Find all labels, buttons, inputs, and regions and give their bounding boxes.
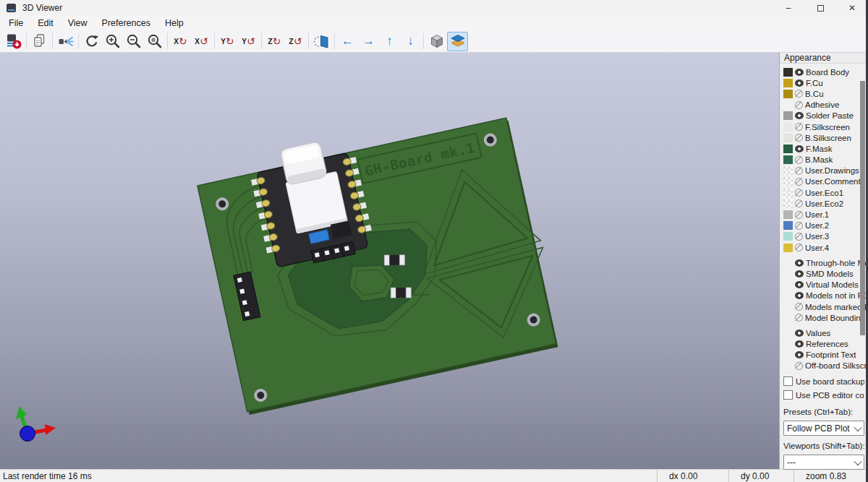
color-swatch[interactable] <box>783 68 793 77</box>
visibility-icon[interactable] <box>795 314 803 322</box>
checkbox[interactable] <box>783 390 793 400</box>
model-row-through-hole[interactable]: Through-hole Models <box>783 257 868 268</box>
layer-row-fcu[interactable]: F.Cu <box>783 77 868 88</box>
menu-preferences[interactable]: Preferences <box>95 16 158 30</box>
rotate-y-cw-button[interactable]: Y↻ <box>217 32 238 51</box>
color-swatch[interactable] <box>783 232 793 241</box>
layer-row-user-drawings[interactable]: User.Drawings <box>783 165 868 176</box>
rotate-z-ccw-button[interactable]: Z↺ <box>285 32 306 51</box>
color-swatch[interactable] <box>783 221 793 230</box>
layer-row-bsilkscreen[interactable]: B.Silkscreen <box>783 132 868 143</box>
color-swatch[interactable] <box>783 189 793 197</box>
visibility-icon[interactable] <box>795 134 803 142</box>
layer-row-fsilkscreen[interactable]: F.Silkscreen <box>783 121 868 132</box>
menu-file[interactable]: File <box>1 16 30 30</box>
model-row-not-in-pos[interactable]: Models not in POS File <box>783 291 868 301</box>
color-swatch[interactable] <box>783 111 793 120</box>
use-pcb-editor-copper-colors-checkbox-row[interactable]: Use PCB editor copper colors <box>783 388 864 402</box>
refresh-view-button[interactable] <box>81 32 102 51</box>
layer-row-user-comment[interactable]: User.Comment <box>783 176 868 187</box>
layer-row-solder-paste[interactable]: Solder Paste <box>783 111 868 121</box>
panel-scrollbar-thumb[interactable] <box>860 81 865 335</box>
presets-dropdown[interactable]: Follow PCB Plot Settings <box>783 421 864 436</box>
use-board-stackup-colors-checkbox-row[interactable]: Use board stackup colors <box>783 374 864 388</box>
visibility-icon[interactable] <box>795 259 804 267</box>
text-row-footprint-text[interactable]: Footprint Text <box>783 350 868 361</box>
visibility-icon[interactable] <box>795 233 803 241</box>
render-current-view-button[interactable] <box>55 32 76 51</box>
move-left-button[interactable]: ← <box>337 32 358 51</box>
visibility-icon[interactable] <box>795 340 804 348</box>
visibility-icon[interactable] <box>795 303 803 311</box>
visibility-icon[interactable] <box>795 90 803 98</box>
visibility-icon[interactable] <box>795 199 803 207</box>
rotate-x-cw-button[interactable]: X↻ <box>170 32 191 51</box>
viewports-dropdown[interactable]: --- <box>783 455 864 470</box>
visibility-icon[interactable] <box>795 189 803 197</box>
text-row-values[interactable]: Values <box>783 327 868 338</box>
color-swatch[interactable] <box>783 123 793 132</box>
menu-view[interactable]: View <box>61 16 95 30</box>
move-up-button[interactable]: ↑ <box>379 32 400 51</box>
visibility-icon[interactable] <box>795 69 804 76</box>
color-swatch[interactable] <box>783 90 793 98</box>
visibility-icon[interactable] <box>795 123 803 131</box>
move-down-button[interactable]: ↓ <box>400 32 421 51</box>
model-row-marked-dnp[interactable]: Models marked DNP <box>783 301 868 312</box>
visibility-icon[interactable] <box>795 145 804 152</box>
rotate-z-cw-button[interactable]: Z↻ <box>264 32 285 51</box>
visibility-icon[interactable] <box>795 178 803 186</box>
layer-row-bmask[interactable]: B.Mask <box>783 155 868 165</box>
rotate-y-ccw-button[interactable]: Y↺ <box>238 32 259 51</box>
move-right-button[interactable]: → <box>358 32 379 51</box>
visibility-icon[interactable] <box>795 101 803 109</box>
color-swatch[interactable] <box>783 177 793 186</box>
export-current-view-button[interactable] <box>3 32 24 51</box>
raytracing-toggle-button[interactable] <box>447 32 468 51</box>
visibility-icon[interactable] <box>795 330 804 337</box>
close-button[interactable]: ✕ <box>836 0 868 16</box>
color-swatch[interactable] <box>783 79 793 87</box>
layer-row-user-eco1[interactable]: User.Eco1 <box>783 187 868 198</box>
panel-scrollbar[interactable] <box>860 81 865 264</box>
layer-row-user3[interactable]: User.3 <box>783 231 868 242</box>
copy-image-button[interactable] <box>29 32 50 51</box>
color-swatch[interactable] <box>783 134 793 142</box>
layer-row-user1[interactable]: User.1 <box>783 209 868 220</box>
color-swatch[interactable] <box>783 210 793 219</box>
model-row-bounding-boxes[interactable]: Model Bounding Boxes <box>783 312 868 323</box>
menu-help[interactable]: Help <box>158 16 191 30</box>
color-swatch[interactable] <box>783 199 793 208</box>
projection-toggle-button[interactable] <box>426 32 447 51</box>
layer-row-bcu[interactable]: B.Cu <box>783 88 868 99</box>
visibility-icon[interactable] <box>795 351 804 358</box>
maximize-button[interactable] <box>804 0 836 16</box>
layer-row-user4[interactable]: User.4 <box>783 242 868 253</box>
visibility-icon[interactable] <box>795 222 803 230</box>
zoom-in-button[interactable] <box>102 32 123 51</box>
visibility-icon[interactable] <box>795 270 804 277</box>
layer-row-board-body[interactable]: Board Body <box>783 66 868 77</box>
color-swatch[interactable] <box>783 244 793 252</box>
color-swatch[interactable] <box>783 155 793 164</box>
color-swatch[interactable] <box>783 166 793 175</box>
visibility-icon[interactable] <box>795 292 804 299</box>
menu-edit[interactable]: Edit <box>30 16 61 30</box>
flip-board-button[interactable] <box>311 32 332 51</box>
visibility-icon[interactable] <box>795 244 803 251</box>
visibility-icon[interactable] <box>795 167 803 175</box>
visibility-icon[interactable] <box>795 211 803 219</box>
zoom-to-fit-button[interactable] <box>144 32 165 51</box>
model-row-smd[interactable]: SMD Models <box>783 268 868 279</box>
layer-row-user2[interactable]: User.2 <box>783 220 868 231</box>
layer-row-fmask[interactable]: F.Mask <box>783 143 868 154</box>
visibility-icon[interactable] <box>795 281 804 288</box>
3d-viewport-canvas[interactable]: GH-Board mk.1 <box>0 53 779 469</box>
rotate-x-ccw-button[interactable]: X↺ <box>191 32 212 51</box>
layer-row-adhesive[interactable]: Adhesive <box>783 100 868 111</box>
visibility-icon[interactable] <box>795 112 804 119</box>
text-row-references[interactable]: References <box>783 339 868 350</box>
model-row-virtual[interactable]: Virtual Models <box>783 280 868 291</box>
text-row-off-board-silkscreen[interactable]: Off-board Silkscreen <box>783 361 868 371</box>
checkbox[interactable] <box>783 376 793 386</box>
